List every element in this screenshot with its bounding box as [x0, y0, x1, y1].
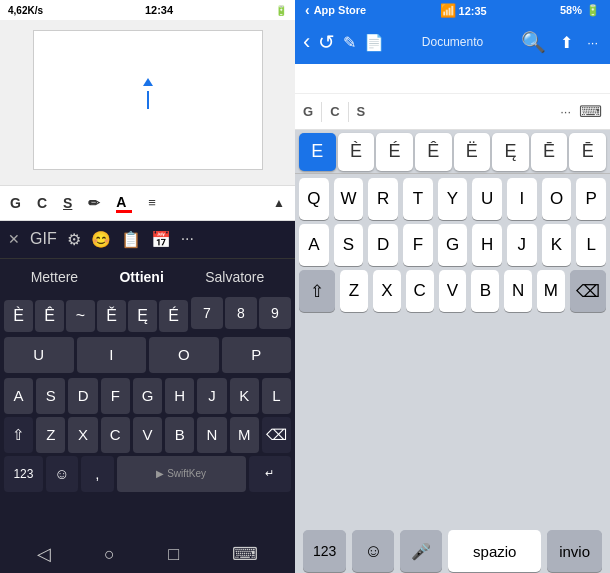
suggestion-3[interactable]: Salvatore	[197, 265, 272, 289]
key-x[interactable]: X	[68, 417, 97, 453]
return-key[interactable]: ↵	[249, 456, 291, 492]
num-7[interactable]: 7	[191, 297, 223, 329]
key-d[interactable]: D	[68, 378, 97, 414]
num-9[interactable]: 9	[259, 297, 291, 329]
char-e-uml[interactable]: Ë	[454, 133, 491, 171]
char-e-bar[interactable]: Ē	[569, 133, 606, 171]
ios-key-g[interactable]: G	[438, 224, 468, 266]
suggestion-1[interactable]: Mettere	[23, 265, 86, 289]
nav-menu-button[interactable]: □	[168, 544, 179, 565]
right-format-c[interactable]: C	[330, 104, 339, 119]
right-format-s[interactable]: S	[357, 104, 366, 119]
ios-key-r[interactable]: R	[368, 178, 398, 220]
ios-key-k[interactable]: K	[542, 224, 572, 266]
ios-shift-key[interactable]: ⇧	[299, 270, 335, 312]
char-e-acute[interactable]: É	[376, 133, 413, 171]
ios-key-j[interactable]: J	[507, 224, 537, 266]
nav-keyboard-button[interactable]: ⌨	[232, 543, 258, 565]
key-o[interactable]: O	[149, 337, 219, 373]
nav-home-button[interactable]: ○	[104, 544, 115, 565]
ios-key-u[interactable]: U	[472, 178, 502, 220]
keyboard-gif-button[interactable]: GIF	[30, 230, 57, 248]
key-h[interactable]: H	[165, 378, 194, 414]
shift-key[interactable]: ⇧	[4, 417, 33, 453]
special-char-3[interactable]: Ě	[97, 300, 126, 332]
ios-space-button[interactable]: spazio	[448, 530, 541, 572]
keyboard-clipboard-button[interactable]: 📋	[121, 230, 141, 249]
special-char-5[interactable]: É	[159, 300, 188, 332]
char-e-macron[interactable]: Ē	[531, 133, 568, 171]
ios-key-m[interactable]: M	[537, 270, 565, 312]
key-s[interactable]: S	[36, 378, 65, 414]
ios-key-b[interactable]: B	[471, 270, 499, 312]
key-i[interactable]: I	[77, 337, 147, 373]
num-switch-button[interactable]: 123	[4, 456, 43, 492]
format-list-button[interactable]: ≡	[144, 193, 160, 212]
key-z[interactable]: Z	[36, 417, 65, 453]
keyboard-more-button[interactable]: ···	[181, 230, 194, 248]
ios-key-y[interactable]: Y	[438, 178, 468, 220]
ios-key-h[interactable]: H	[472, 224, 502, 266]
num-8[interactable]: 8	[225, 297, 257, 329]
header-back-button[interactable]: ‹	[303, 29, 310, 55]
keyboard-calendar-button[interactable]: 📅	[151, 230, 171, 249]
ios-num-button[interactable]: 123	[303, 530, 346, 572]
ios-key-w[interactable]: W	[334, 178, 364, 220]
format-pen-button[interactable]: ✏	[84, 193, 104, 213]
ios-key-v[interactable]: V	[439, 270, 467, 312]
delete-key[interactable]: ⌫	[262, 417, 291, 453]
ios-key-a[interactable]: A	[299, 224, 329, 266]
special-char-1[interactable]: Ê	[35, 300, 64, 332]
format-s-button[interactable]: S	[59, 193, 76, 213]
keyboard-settings-button[interactable]: ⚙	[67, 230, 81, 249]
suggestion-2[interactable]: Ottieni	[111, 265, 171, 289]
keyboard-close-button[interactable]: ✕	[8, 231, 20, 247]
ios-key-s[interactable]: S	[334, 224, 364, 266]
key-l[interactable]: L	[262, 378, 291, 414]
header-more-button[interactable]: ···	[583, 33, 602, 52]
ios-key-p[interactable]: P	[576, 178, 606, 220]
right-format-more[interactable]: ···	[560, 104, 571, 119]
right-doc-area[interactable]	[295, 64, 610, 94]
format-g-button[interactable]: G	[6, 193, 25, 213]
swiftkey-space[interactable]: ▶ SwiftKey	[117, 456, 246, 492]
ios-key-f[interactable]: F	[403, 224, 433, 266]
ios-key-c[interactable]: C	[406, 270, 434, 312]
keyboard-emoji-button[interactable]: 😊	[91, 230, 111, 249]
right-format-g[interactable]: G	[303, 104, 313, 119]
format-a-button[interactable]: A	[112, 193, 136, 213]
char-e-grave[interactable]: È	[338, 133, 375, 171]
header-search-button[interactable]: 🔍	[517, 28, 550, 56]
key-c[interactable]: C	[101, 417, 130, 453]
ios-key-i[interactable]: I	[507, 178, 537, 220]
char-e-ogonek[interactable]: Ę	[492, 133, 529, 171]
header-edit-button[interactable]: ✎	[339, 31, 360, 54]
special-char-0[interactable]: È	[4, 300, 33, 332]
ios-key-q[interactable]: Q	[299, 178, 329, 220]
key-a[interactable]: A	[4, 378, 33, 414]
key-j[interactable]: J	[197, 378, 226, 414]
key-p[interactable]: P	[222, 337, 292, 373]
key-f[interactable]: F	[101, 378, 130, 414]
ios-mic-button[interactable]: 🎤	[400, 530, 442, 572]
left-comma-button[interactable]: ,	[81, 456, 113, 492]
ios-key-z[interactable]: Z	[340, 270, 368, 312]
key-k[interactable]: K	[230, 378, 259, 414]
key-v[interactable]: V	[133, 417, 162, 453]
key-n[interactable]: N	[197, 417, 226, 453]
ios-key-o[interactable]: O	[542, 178, 572, 220]
ios-key-d[interactable]: D	[368, 224, 398, 266]
ios-emoji-button[interactable]: ☺	[352, 530, 394, 572]
format-c-button[interactable]: C	[33, 193, 51, 213]
ios-key-t[interactable]: T	[403, 178, 433, 220]
doc-sheet[interactable]	[33, 30, 263, 170]
header-undo-button[interactable]: ↺	[314, 28, 339, 56]
special-char-2[interactable]: ~	[66, 300, 95, 332]
key-m[interactable]: M	[230, 417, 259, 453]
ios-key-l[interactable]: L	[576, 224, 606, 266]
ios-key-x[interactable]: X	[373, 270, 401, 312]
nav-back-button[interactable]: ◁	[37, 543, 51, 565]
key-b[interactable]: B	[165, 417, 194, 453]
char-e-circ[interactable]: Ê	[415, 133, 452, 171]
char-e-selected[interactable]: E	[299, 133, 336, 171]
